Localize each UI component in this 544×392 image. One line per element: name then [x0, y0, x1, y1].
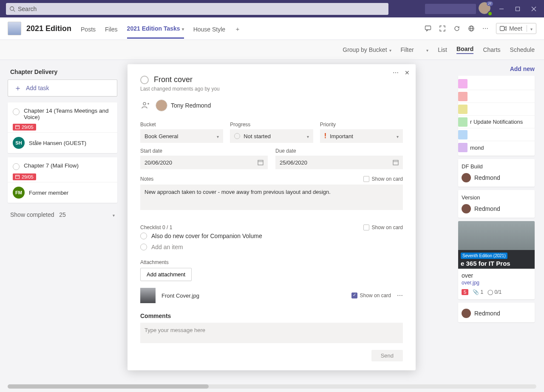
comments-heading: Comments — [140, 312, 403, 319]
reply-icon[interactable] — [425, 25, 431, 32]
complete-circle-icon[interactable] — [140, 76, 149, 84]
add-tab-button[interactable]: ＋ — [235, 18, 241, 39]
add-attachment-button[interactable]: Add attachment — [140, 268, 192, 281]
attachment-name[interactable]: Front Cover.jpg — [162, 293, 199, 299]
tab-tasks[interactable]: 2021 Edition Tasks — [127, 18, 184, 39]
tab-posts[interactable]: Posts — [81, 18, 96, 39]
due-date-text: 29/05 — [22, 125, 34, 130]
view-charts[interactable]: Charts — [483, 46, 500, 53]
svg-point-15 — [143, 102, 146, 105]
chevron-down-icon — [397, 133, 399, 139]
label-row[interactable] — [458, 103, 535, 116]
chevron-down-icon — [389, 46, 391, 53]
horizontal-scrollbar[interactable] — [8, 384, 536, 389]
add-task-button[interactable]: ＋ Add task — [8, 80, 117, 97]
more-icon[interactable]: ⋯ — [482, 25, 488, 32]
view-schedule[interactable]: Schedule — [510, 46, 535, 53]
more-icon[interactable]: ⋯ — [393, 69, 399, 76]
globe-icon[interactable] — [468, 25, 475, 32]
notes-textarea[interactable]: New approach taken to cover - move away … — [140, 185, 403, 210]
bucket-select[interactable]: Book General — [140, 129, 223, 143]
send-button[interactable]: Send — [371, 350, 403, 361]
task-card[interactable]: Version Redmond — [458, 190, 535, 218]
maximize-button[interactable] — [511, 2, 524, 16]
progress-label: Progress — [230, 122, 313, 128]
svg-rect-20 — [393, 160, 398, 165]
complete-circle-icon[interactable] — [13, 163, 20, 170]
task-card[interactable]: DF Build Redmond — [458, 159, 535, 187]
priority-value: Important — [330, 133, 353, 139]
attachments-label: Attachments — [140, 259, 169, 265]
calendar-icon — [393, 159, 399, 165]
search-placeholder: Search — [18, 6, 37, 12]
planner-toolbar: Group by Bucket Filter List Board Charts… — [0, 40, 544, 60]
attachment-link[interactable]: over.jpg — [462, 280, 531, 286]
more-icon[interactable]: ⋯ — [397, 292, 403, 299]
checklist-show-on-card-checkbox[interactable]: Show on card — [363, 224, 403, 230]
close-icon[interactable]: ✕ — [405, 69, 410, 76]
show-completed-label: Show completed — [10, 211, 54, 218]
minimize-button[interactable] — [495, 2, 508, 16]
complete-circle-icon[interactable] — [13, 108, 20, 115]
expand-icon[interactable] — [439, 25, 446, 32]
progress-select[interactable]: Not started — [230, 129, 313, 143]
label-row[interactable]: r Update Notifications — [458, 116, 535, 128]
label-row[interactable] — [458, 128, 535, 141]
add-checklist-item[interactable]: Add an item — [140, 241, 403, 253]
task-card[interactable]: Chapter 7 (Mail Flow) 29/05 FM Former me… — [8, 157, 117, 203]
assignee-chip[interactable]: Tony Redmond — [156, 99, 211, 111]
task-card[interactable]: Redmond — [458, 303, 535, 322]
assignee-name: Redmond — [474, 310, 500, 317]
group-by-dropdown[interactable]: Group by Bucket — [343, 46, 391, 53]
task-card-with-cover[interactable]: Seventh Edition (2021) e 365 for IT Pros… — [458, 221, 535, 299]
channel-title: 2021 Edition — [26, 24, 71, 33]
task-card[interactable]: Chapter 14 (Teams Meetings and Voice) 29… — [8, 102, 117, 153]
due-date-input[interactable]: 25/06/2020 — [275, 156, 403, 169]
label-row[interactable] — [458, 77, 535, 90]
chevron-down-icon[interactable] — [527, 25, 533, 32]
checkbox-icon — [363, 176, 369, 182]
tab-files[interactable]: Files — [105, 18, 118, 39]
assignee-section: Tony Redmond — [140, 99, 403, 111]
cover-image: Seventh Edition (2021) e 365 for IT Pros — [458, 221, 535, 269]
checklist-item-text: Also do new cover for Companion Volume — [151, 233, 262, 239]
show-completed-toggle[interactable]: Show completed 25 — [8, 207, 117, 222]
attachment-show-on-card-checkbox[interactable]: Show on card — [351, 293, 391, 298]
attachment-thumbnail[interactable] — [140, 288, 156, 303]
comment-input[interactable]: Type your message here — [140, 323, 403, 343]
meet-button[interactable]: Meet — [496, 23, 536, 34]
calendar-icon — [258, 159, 264, 165]
task-title[interactable]: Front cover — [154, 75, 193, 84]
label-row[interactable]: mond — [458, 141, 535, 154]
tab-house-style[interactable]: House Style — [193, 18, 225, 39]
user-avatar[interactable]: JT — [479, 2, 492, 16]
add-new-bucket[interactable]: Add new — [458, 60, 535, 76]
start-date-label: Start date — [140, 148, 268, 154]
svg-rect-18 — [258, 160, 263, 165]
assignee-name: Former member — [29, 190, 68, 196]
task-card-title: DF Build — [462, 163, 531, 170]
task-card-title: over — [462, 272, 531, 279]
priority-select[interactable]: !Important — [320, 129, 403, 143]
checklist-circle-icon[interactable] — [140, 233, 147, 239]
important-icon: ! — [324, 132, 326, 140]
scrollbar-thumb[interactable] — [8, 384, 209, 389]
label-row[interactable] — [458, 90, 535, 103]
svg-rect-11 — [16, 125, 20, 129]
refresh-icon[interactable] — [453, 25, 460, 32]
svg-rect-6 — [425, 26, 431, 30]
right-column: Add new r Update Notifications mond DF B… — [458, 60, 535, 326]
notes-show-on-card-checkbox[interactable]: Show on card — [363, 176, 403, 182]
tenant-name-redacted — [425, 4, 476, 14]
add-assignee-button[interactable] — [140, 100, 150, 111]
start-date-input[interactable]: 20/06/2020 — [140, 156, 268, 169]
filter-dropdown[interactable]: Filter — [401, 46, 429, 53]
view-board[interactable]: Board — [456, 45, 473, 54]
label-swatch-red — [458, 92, 468, 101]
checklist-item[interactable]: Also do new cover for Companion Volume — [140, 230, 403, 241]
global-search-input[interactable]: Search — [6, 3, 388, 15]
close-button[interactable] — [527, 2, 541, 16]
comment-placeholder: Type your message here — [144, 327, 205, 333]
due-date-badge: 29/05 — [13, 124, 36, 131]
view-list[interactable]: List — [438, 46, 447, 53]
